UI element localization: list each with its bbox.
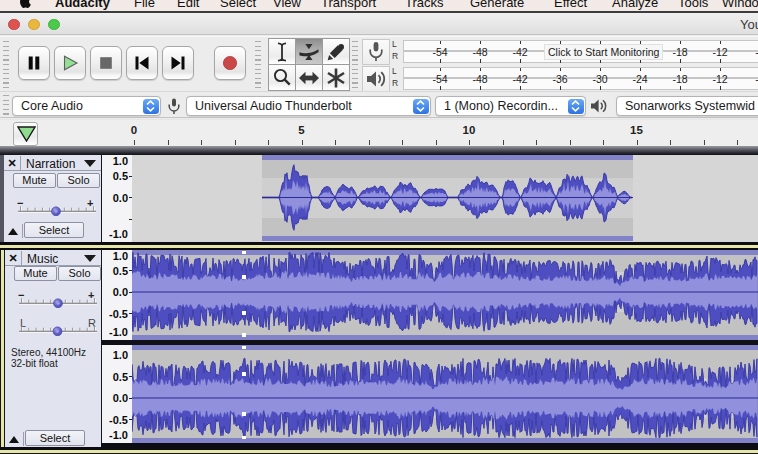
record-button[interactable]	[214, 46, 246, 80]
timeline-tick	[134, 140, 135, 145]
menu-item-window[interactable]: Window	[722, 0, 758, 10]
playback-meter-channel-label-r: R	[392, 78, 402, 90]
clip-split-dot	[242, 412, 246, 416]
skip-to-end-button[interactable]	[162, 46, 194, 80]
draw-tool-button[interactable]	[322, 38, 350, 65]
play-meter-speaker-button[interactable]	[362, 66, 390, 92]
main-toolbar: LR-54-48-42-36-30-24-18-12-6Click to Sta…	[0, 36, 758, 91]
pause-icon	[26, 55, 43, 71]
timeline-tick	[369, 140, 370, 145]
pinned-play-head-button[interactable]	[13, 122, 38, 146]
transport-toolbar-grip[interactable]	[3, 41, 9, 89]
narration-clip[interactable]	[262, 155, 633, 241]
select-track-button[interactable]: Select	[24, 222, 84, 238]
timeline-tick	[670, 140, 671, 145]
menu-item-tools[interactable]: Tools	[678, 0, 708, 10]
track-menu-caret-icon[interactable]	[84, 255, 96, 262]
menu-item-effect[interactable]: Effect	[554, 0, 587, 10]
mute-button[interactable]: Mute	[14, 266, 57, 281]
skip-to-start-button[interactable]	[126, 46, 158, 80]
envelope-tool-button[interactable]	[295, 38, 323, 65]
minimize-traffic-light[interactable]	[28, 19, 40, 31]
record-meter-mic-button[interactable]	[362, 39, 390, 65]
narration-vertical-ruler[interactable]: 1.00.50.0-1.0	[101, 155, 132, 242]
playback-device-value: Sonarworks Systemwid	[625, 99, 755, 113]
menu-item-view[interactable]: View	[273, 0, 301, 10]
solo-button[interactable]: Solo	[58, 266, 101, 281]
track-close-button[interactable]: ✕	[5, 251, 22, 266]
menu-item-generate[interactable]: Generate	[470, 0, 524, 10]
playback-device-select[interactable]: Sonarworks Systemwid	[616, 96, 758, 116]
meter-tick	[680, 86, 681, 90]
recording-channels-select[interactable]: 1 (Mono) Recordin...	[435, 96, 586, 116]
menu-item-audacity[interactable]: Audacity	[55, 0, 110, 10]
recording-device-select[interactable]: Universal Audio Thunderbolt	[186, 96, 431, 116]
music-vertical-ruler-right[interactable]: 1.00.50.0-0.5-1.0	[101, 345, 132, 443]
gain-slider[interactable]	[18, 202, 96, 216]
meter-db-label: -18	[672, 73, 687, 85]
timeline-label: 15	[630, 124, 643, 136]
music-clip-left[interactable]	[132, 250, 758, 340]
meter-toolbar-grip[interactable]	[352, 41, 358, 89]
meter-db-label: -36	[552, 73, 567, 85]
meter-db-label: -12	[712, 73, 727, 85]
timeline-ruler[interactable]: 051015	[0, 119, 758, 146]
vertical-scale-label: -1.0	[109, 429, 128, 441]
track-menu-caret-icon[interactable]	[84, 160, 96, 167]
device-toolbar-grip[interactable]	[3, 95, 9, 116]
recording-device-mic-icon	[167, 98, 181, 115]
microphone-icon	[366, 41, 386, 63]
select-track-button[interactable]: Select	[25, 430, 85, 446]
pan-slider[interactable]	[19, 322, 97, 336]
music-clip-right[interactable]	[132, 345, 758, 443]
skip-to-start-icon	[134, 55, 151, 71]
meter-tick	[720, 86, 721, 90]
collapse-track-button[interactable]	[6, 432, 24, 446]
music-vertical-ruler-left[interactable]: 1.00.50.0-0.5-1.0	[101, 250, 132, 340]
solo-button[interactable]: Solo	[57, 173, 100, 188]
zoom-tool-button[interactable]	[268, 64, 296, 91]
meter-tick	[680, 59, 681, 63]
recording-meter-channel-label-l: L	[392, 39, 402, 51]
vertical-scale-label: 0.5	[113, 371, 128, 383]
gain-slider[interactable]	[19, 294, 97, 308]
clip-split-dot	[242, 311, 246, 315]
collapse-track-button[interactable]	[5, 224, 23, 238]
selection-tool-button[interactable]	[268, 38, 296, 65]
time-shift-tool-icon	[299, 71, 320, 85]
play-head-triangle-icon	[17, 126, 36, 142]
music-wave-area-right[interactable]	[132, 345, 758, 443]
playback-meter[interactable]: LR-54-48-42-36-30-24-18-12-6	[392, 66, 758, 92]
stop-button[interactable]	[90, 46, 122, 80]
vertical-scale-label: 0.5	[113, 170, 128, 182]
time-shift-tool-button[interactable]	[295, 64, 323, 91]
track-control-panel-music: ✕MusicMuteSolo−+LRStereo, 44100Hz32-bit …	[5, 250, 101, 447]
close-traffic-light[interactable]	[8, 19, 20, 31]
menu-item-select[interactable]: Select	[220, 0, 256, 10]
tools-toolbar-grip[interactable]	[255, 41, 261, 89]
envelope-tool-icon	[299, 42, 320, 62]
menu-item-transport[interactable]: Transport	[321, 0, 376, 10]
monitoring-overlay[interactable]: Click to Start Monitoring	[544, 44, 663, 60]
zoom-traffic-light[interactable]	[48, 19, 60, 31]
record-icon	[222, 55, 238, 71]
pause-button[interactable]	[18, 46, 50, 80]
menu-item-file[interactable]: File	[134, 0, 155, 10]
play-button[interactable]	[54, 46, 86, 80]
meter-db-label: -48	[472, 73, 487, 85]
track-close-button[interactable]: ✕	[4, 156, 21, 171]
menu-item-analyze[interactable]: Analyze	[612, 0, 658, 10]
menu-item-edit[interactable]: Edit	[177, 0, 199, 10]
menu-item-tracks[interactable]: Tracks	[405, 0, 444, 10]
multi-tool-button[interactable]	[322, 64, 350, 91]
meter-tick	[440, 86, 441, 90]
narration-wave-area[interactable]	[132, 155, 758, 242]
mute-button[interactable]: Mute	[13, 173, 56, 188]
playback-device-speaker-icon	[590, 98, 608, 114]
music-wave-area-left[interactable]	[132, 250, 758, 340]
timeline-tick	[737, 140, 738, 145]
apple-menu-icon[interactable]	[20, 0, 32, 11]
meter-db-label: -12	[712, 46, 727, 58]
audio-host-select[interactable]: Core Audio	[12, 96, 161, 116]
recording-meter[interactable]: LR-54-48-42-36-30-24-18-12-6Click to Sta…	[392, 39, 758, 65]
